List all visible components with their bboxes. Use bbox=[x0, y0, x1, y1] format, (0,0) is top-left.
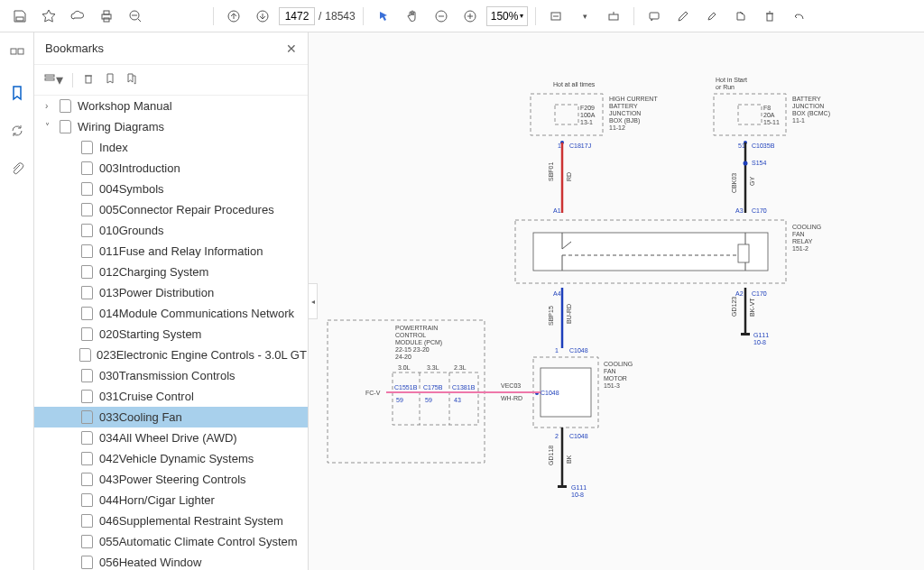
tree-item[interactable]: 043Power Steering Controls bbox=[34, 469, 308, 490]
tree-item[interactable]: 013Power Distribution bbox=[34, 282, 308, 303]
down-arrow-icon[interactable] bbox=[250, 4, 275, 29]
insert-icon[interactable] bbox=[728, 4, 753, 29]
svg-text:2: 2 bbox=[555, 433, 559, 439]
tree-node[interactable]: ˅Wiring Diagrams bbox=[34, 116, 308, 137]
page-icon bbox=[79, 327, 94, 342]
pointer-icon[interactable] bbox=[371, 4, 396, 29]
tree-label: Workshop Manual bbox=[78, 99, 172, 113]
zoom-select[interactable]: 150%▾ bbox=[486, 6, 529, 26]
svg-text:GY: GY bbox=[749, 177, 755, 186]
tree-item[interactable]: 042Vehicle Dynamic Systems bbox=[34, 448, 308, 469]
tree-item[interactable]: Index bbox=[34, 137, 308, 158]
tree-item[interactable]: 055Automatic Climate Control System bbox=[34, 531, 308, 552]
tree-item[interactable]: 004Symbols bbox=[34, 179, 308, 199]
tree-item[interactable]: 003Introduction bbox=[34, 158, 308, 179]
svg-rect-16 bbox=[609, 14, 618, 20]
tree-label: 004Symbols bbox=[99, 182, 164, 196]
tree-label: 014Module Communications Network bbox=[99, 307, 294, 320]
tree-item[interactable]: 014Module Communications Network bbox=[34, 303, 308, 324]
chevron-icon[interactable]: ˅ bbox=[45, 122, 58, 132]
tree-item[interactable]: 044Horn/Cigar Lighter bbox=[34, 490, 308, 510]
highlight-icon[interactable] bbox=[699, 4, 725, 29]
chevron-icon[interactable]: › bbox=[45, 101, 58, 111]
close-icon[interactable]: ✕ bbox=[286, 41, 297, 56]
sync-icon[interactable] bbox=[5, 119, 29, 142]
hand-icon[interactable] bbox=[400, 4, 425, 29]
svg-text:C170: C170 bbox=[752, 290, 767, 297]
sidebar-title: Bookmarks bbox=[45, 41, 104, 55]
page-current-input[interactable] bbox=[279, 7, 315, 25]
bookmark-set-icon[interactable] bbox=[125, 72, 138, 88]
zoom-out-icon[interactable] bbox=[123, 4, 148, 29]
svg-text:COOLINGFANMOTOR151-3: COOLINGFANMOTOR151-3 bbox=[604, 361, 633, 389]
tree-label: 046Supplemental Restraint System bbox=[99, 514, 283, 528]
tree-item[interactable]: 056Heated Window bbox=[34, 552, 308, 570]
svg-text:RD: RD bbox=[566, 172, 572, 181]
page-total: 18543 bbox=[325, 10, 355, 23]
tree-item[interactable]: 023Electronic Engine Controls - 3.0L GTD… bbox=[34, 345, 308, 365]
fit-width-icon[interactable] bbox=[543, 4, 568, 29]
tree-label: 034All Wheel Drive (AWD) bbox=[99, 431, 237, 445]
svg-text:A1: A1 bbox=[553, 207, 561, 214]
svg-rect-2 bbox=[104, 11, 109, 14]
comment-icon[interactable] bbox=[642, 4, 667, 29]
page-icon bbox=[79, 410, 94, 425]
svg-rect-18 bbox=[650, 13, 659, 19]
svg-text:C1048: C1048 bbox=[569, 433, 588, 439]
pencil-icon[interactable] bbox=[670, 4, 696, 29]
tree-item[interactable]: 034All Wheel Drive (AWD) bbox=[34, 428, 308, 448]
bookmark-add-icon[interactable] bbox=[104, 72, 116, 88]
tree-item[interactable]: 030Transmission Controls bbox=[34, 365, 308, 386]
sidebar-tools: ▾ bbox=[34, 65, 308, 96]
tree-item[interactable]: 010Grounds bbox=[34, 220, 308, 241]
star-icon[interactable] bbox=[36, 4, 61, 29]
svg-text:59: 59 bbox=[396, 397, 403, 403]
print-icon[interactable] bbox=[94, 4, 119, 29]
page-icon bbox=[79, 431, 94, 446]
tree-label: 044Horn/Cigar Lighter bbox=[99, 493, 215, 507]
svg-rect-26 bbox=[45, 78, 54, 80]
typewriter-icon[interactable] bbox=[601, 4, 626, 29]
svg-text:C1048: C1048 bbox=[541, 390, 559, 396]
undo-icon[interactable] bbox=[786, 4, 811, 29]
thumbnails-icon[interactable] bbox=[5, 43, 29, 67]
expand-icon[interactable]: ▾ bbox=[43, 71, 63, 88]
svg-text:VEC03: VEC03 bbox=[501, 382, 521, 389]
page-icon bbox=[79, 556, 94, 570]
plus-icon[interactable] bbox=[457, 4, 483, 29]
tree-label: 003Introduction bbox=[99, 161, 180, 175]
chevron-down-icon[interactable]: ▾ bbox=[572, 4, 597, 29]
svg-text:C1035B: C1035B bbox=[752, 142, 775, 149]
svg-point-49 bbox=[744, 161, 748, 166]
tree-item[interactable]: 046Supplemental Restraint System bbox=[34, 510, 308, 531]
tree-label: 042Vehicle Dynamic Systems bbox=[99, 452, 254, 465]
tree-node[interactable]: ›Workshop Manual bbox=[34, 96, 308, 116]
page-icon bbox=[79, 390, 94, 404]
bookmarks-icon[interactable] bbox=[5, 81, 29, 105]
tree-item[interactable]: 012Charging System bbox=[34, 262, 308, 282]
page-icon bbox=[79, 224, 94, 238]
document-viewport[interactable]: ◂ Hot at all times F209100A13-1 HIGH CUR… bbox=[309, 32, 924, 570]
svg-text:C175B: C175B bbox=[423, 384, 443, 391]
svg-text:BU-RD: BU-RD bbox=[566, 304, 572, 324]
tree-item[interactable]: 011Fuse and Relay Information bbox=[34, 241, 308, 262]
up-arrow-icon[interactable] bbox=[221, 4, 246, 29]
tree-item[interactable]: 005Connector Repair Procedures bbox=[34, 199, 308, 220]
page-icon bbox=[79, 265, 94, 280]
save-icon[interactable] bbox=[7, 4, 32, 29]
tree-label: 012Charging System bbox=[99, 265, 208, 279]
tree-item[interactable]: 031Cruise Control bbox=[34, 386, 308, 407]
minus-icon[interactable] bbox=[429, 4, 454, 29]
trash-icon[interactable] bbox=[757, 4, 782, 29]
top-toolbar: / 18543 150%▾ ▾ bbox=[0, 0, 924, 32]
bookmarks-tree[interactable]: ›Workshop Manual˅Wiring DiagramsIndex003… bbox=[34, 96, 308, 570]
svg-text:G111: G111 bbox=[753, 332, 769, 338]
page-icon bbox=[79, 182, 94, 197]
tree-item[interactable]: 033Cooling Fan bbox=[34, 407, 308, 428]
svg-rect-27 bbox=[86, 76, 91, 83]
cloud-icon[interactable] bbox=[65, 4, 90, 29]
svg-text:C1048: C1048 bbox=[569, 347, 588, 354]
attachment-icon[interactable] bbox=[5, 157, 29, 180]
tree-item[interactable]: 020Starting System bbox=[34, 324, 308, 345]
trash-icon[interactable] bbox=[82, 72, 95, 88]
